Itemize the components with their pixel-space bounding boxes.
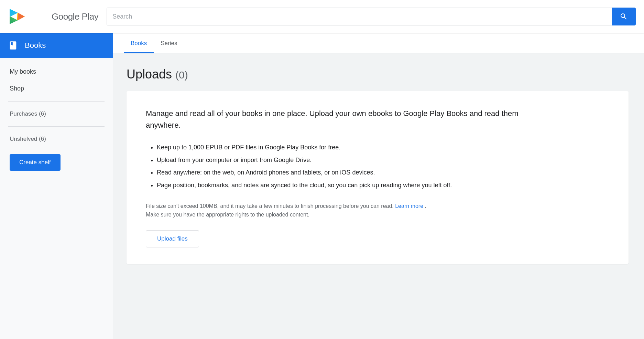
logo-text: Google Play [52, 11, 98, 22]
upload-files-button[interactable]: Upload files [146, 230, 199, 247]
create-shelf-button[interactable]: Create shelf [10, 154, 61, 171]
header: Google Play [0, 0, 644, 33]
card-list: Keep up to 1,000 EPUB or PDF files in Go… [146, 142, 609, 190]
sidebar-item-shop[interactable]: Shop [0, 80, 113, 97]
sidebar-item-unshelved[interactable]: Unshelved (6) [0, 131, 113, 147]
content-body: Uploads (0) Manage and read all of your … [113, 53, 644, 339]
search-container [107, 8, 636, 25]
play-icon [8, 8, 26, 25]
sidebar-books-label: Books [25, 41, 46, 50]
svg-marker-12 [18, 13, 25, 20]
list-item: Keep up to 1,000 EPUB or PDF files in Go… [157, 142, 609, 153]
page-title-text: Uploads [127, 67, 175, 81]
tabs-bar: Books Series [113, 33, 644, 53]
sidebar: Books My books Shop Purchases (6) Unshel… [0, 33, 113, 339]
page-title: Uploads (0) [127, 67, 630, 82]
footer-text-before-link: File size can't exceed 100MB, and it may… [146, 203, 395, 209]
books-icon [8, 41, 18, 50]
logo-area: Google Play [8, 8, 98, 25]
svg-marker-9 [10, 17, 18, 24]
learn-more-link[interactable]: Learn more [395, 203, 423, 209]
search-input[interactable] [107, 8, 612, 25]
sidebar-item-purchases[interactable]: Purchases (6) [0, 106, 113, 122]
list-item: Upload from your computer or import from… [157, 155, 609, 166]
sidebar-books-header[interactable]: Books [0, 33, 113, 58]
list-item: Page position, bookmarks, and notes are … [157, 180, 609, 191]
content-area: Books Series Uploads (0) Manage and read… [113, 33, 644, 339]
tab-books[interactable]: Books [124, 33, 154, 53]
sidebar-nav: My books Shop Purchases (6) Unshelved (6… [0, 58, 113, 183]
main-layout: Books My books Shop Purchases (6) Unshel… [0, 33, 644, 339]
list-item: Read anywhere: on the web, on Android ph… [157, 167, 609, 178]
info-card: Manage and read all of your books in one… [127, 91, 629, 264]
card-description: Manage and read all of your books in one… [146, 108, 524, 131]
svg-marker-8 [10, 9, 18, 17]
search-button[interactable] [612, 8, 636, 25]
tab-series[interactable]: Series [154, 33, 184, 53]
sidebar-divider-2 [8, 126, 105, 127]
sidebar-item-my-books[interactable]: My books [0, 63, 113, 80]
sidebar-divider-1 [8, 101, 105, 102]
card-footer-text: File size can't exceed 100MB, and it may… [146, 202, 524, 219]
page-count-badge: (0) [175, 69, 188, 81]
search-icon [620, 12, 628, 21]
